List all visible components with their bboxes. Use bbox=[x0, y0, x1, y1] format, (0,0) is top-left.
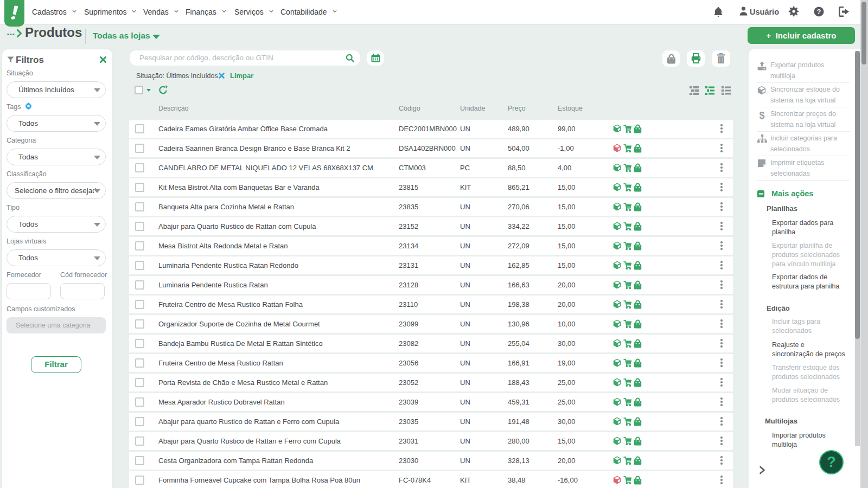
svg-text:?: ? bbox=[817, 8, 821, 16]
svg-text:$: $ bbox=[759, 110, 764, 120]
